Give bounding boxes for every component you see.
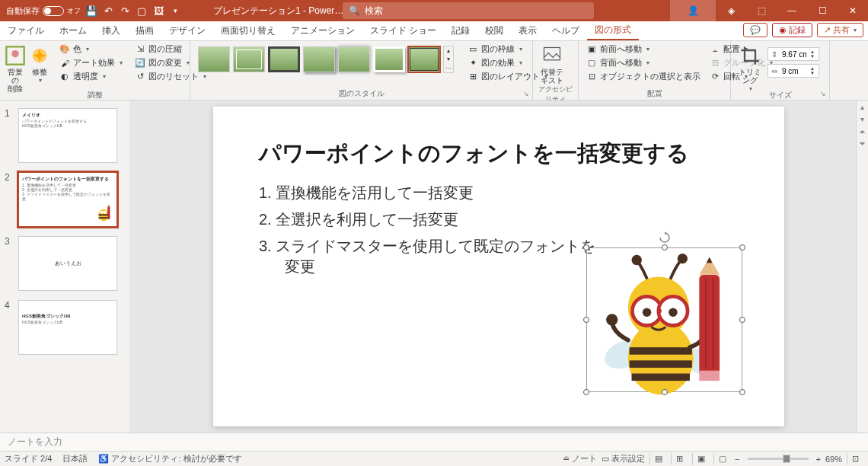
bee-thumb-icon — [94, 203, 113, 223]
tab-view[interactable]: 表示 — [511, 21, 544, 40]
crop-button[interactable]: トリミング▾ — [736, 43, 764, 93]
bring-forward-button[interactable]: ▣前面へ移動▾ — [583, 43, 704, 56]
scroll-up-icon[interactable]: ▴ — [857, 101, 868, 113]
notes-pane[interactable]: ノートを入力 — [0, 432, 868, 451]
selection-pane-button[interactable]: ⊡オブジェクトの選択と表示 — [583, 70, 704, 83]
resize-handle[interactable] — [662, 244, 668, 251]
record-button[interactable]: ◉記録 — [772, 23, 812, 37]
resize-handle[interactable] — [583, 317, 589, 323]
slide-thumb-1[interactable]: メイリオ パワーポイントのフォントを変更する HGS創英角ゴシックUB — [18, 108, 117, 163]
slide-thumb-2[interactable]: パワーポイントのフォントを一括変更する 1. 置換機能を活用して一括変更 2. … — [18, 172, 117, 227]
scroll-down-icon[interactable]: ▾ — [857, 113, 868, 125]
autosave-toggle[interactable]: 自動保存 オフ — [6, 5, 81, 17]
picture-style-6[interactable] — [373, 46, 405, 72]
slide-thumb-4[interactable]: HGS創英角ゴシックUB HGS創英角ゴシックUB — [18, 300, 117, 355]
reading-view-icon[interactable]: ▣ — [692, 453, 709, 465]
svg-rect-19 — [632, 374, 690, 381]
share-button[interactable]: ↗共有▾ — [817, 23, 863, 37]
tab-home[interactable]: ホーム — [52, 21, 94, 40]
save-icon[interactable]: 💾 — [85, 5, 97, 17]
tab-animations[interactable]: アニメーション — [283, 21, 362, 40]
zoom-slider[interactable] — [748, 458, 809, 460]
tab-design[interactable]: デザイン — [161, 21, 213, 40]
zoom-percent[interactable]: 69% — [825, 455, 842, 464]
corrections-button[interactable]: 修整▾ — [29, 43, 50, 85]
picture-style-3[interactable] — [268, 46, 300, 72]
resize-handle[interactable] — [583, 244, 589, 251]
slide-title-text[interactable]: パワーポイントのフォントを一括変更する — [259, 139, 689, 169]
close-icon[interactable]: ✕ — [838, 0, 868, 21]
minimize-icon[interactable]: — — [777, 0, 807, 21]
tab-slideshow[interactable]: スライド ショー — [362, 21, 444, 40]
transparency-button[interactable]: ◐透明度▾ — [56, 70, 126, 83]
zoom-out-icon[interactable]: − — [735, 455, 739, 464]
undo-icon[interactable]: ↶ — [102, 5, 114, 17]
qat-dropdown-icon[interactable]: ▾ — [169, 5, 181, 17]
sorter-view-icon[interactable]: ⊞ — [671, 453, 688, 465]
artistic-effects-button[interactable]: 🖌アート効果▾ — [56, 56, 126, 69]
vertical-scrollbar[interactable]: ▴ ▾ ⏶ ⏷ — [856, 101, 868, 432]
display-settings[interactable]: ▭ 表示設定 — [602, 453, 645, 464]
color-button[interactable]: 🎨色▾ — [56, 43, 126, 56]
width-field[interactable] — [780, 67, 808, 75]
search-input[interactable]: 🔍 検索 — [343, 2, 594, 19]
width-down-icon[interactable]: ▼ — [808, 71, 817, 75]
next-slide-icon[interactable]: ⏷ — [857, 137, 868, 149]
accessibility-status[interactable]: ♿ アクセシビリティ: 検討が必要です — [98, 453, 241, 464]
tab-help[interactable]: ヘルプ — [544, 21, 587, 40]
tab-insert[interactable]: 挿入 — [94, 21, 128, 40]
tab-review[interactable]: 校閲 — [477, 21, 511, 40]
alt-text-button[interactable]: 代替テ キスト — [538, 43, 566, 85]
picture-style-2[interactable] — [233, 46, 265, 72]
resize-handle[interactable] — [739, 317, 745, 323]
height-field[interactable] — [780, 50, 808, 59]
slide-body-list[interactable]: 置換機能を活用して一括変更 全選択を利用して一括変更 スライドマスターを使用して… — [259, 183, 595, 283]
normal-view-icon[interactable]: ▤ — [649, 453, 666, 465]
picture-style-4[interactable] — [303, 46, 335, 72]
picture-style-7[interactable] — [408, 46, 440, 72]
tab-draw[interactable]: 描画 — [128, 21, 161, 40]
account-icon[interactable]: 👤 — [670, 0, 716, 21]
rotate-handle-icon[interactable] — [659, 231, 671, 244]
align-icon: ⫠ — [710, 44, 720, 55]
resize-handle[interactable] — [662, 389, 668, 395]
width-icon: ⇔ — [768, 67, 780, 75]
slideshow-icon[interactable]: ▢ — [136, 5, 148, 17]
tab-file[interactable]: ファイル — [0, 21, 52, 40]
image-icon[interactable]: 🖼 — [152, 5, 164, 17]
picture-style-1[interactable] — [198, 46, 230, 72]
size-launcher-icon[interactable]: ↘ — [819, 89, 828, 98]
current-slide[interactable]: パワーポイントのフォントを一括変更する 置換機能を活用して一括変更 全選択を利用… — [213, 107, 784, 426]
resize-handle[interactable] — [583, 389, 589, 395]
picture-style-5[interactable] — [338, 46, 370, 72]
redo-icon[interactable]: ↷ — [119, 5, 131, 17]
resize-handle[interactable] — [739, 389, 745, 395]
zoom-in-icon[interactable]: + — [816, 455, 821, 464]
slide-counter[interactable]: スライド 2/4 — [5, 453, 52, 464]
tab-record[interactable]: 記録 — [444, 21, 477, 40]
tab-transitions[interactable]: 画面切り替え — [213, 21, 283, 40]
language-indicator[interactable]: 日本語 — [62, 453, 88, 464]
send-backward-button[interactable]: ▢背面へ移動▾ — [583, 56, 704, 69]
svg-rect-5 — [99, 214, 109, 215]
resize-handle[interactable] — [739, 244, 745, 251]
ribbon-display-icon[interactable]: ⬚ — [746, 0, 777, 21]
selected-picture[interactable] — [586, 247, 742, 392]
slide-thumb-3[interactable]: あいうえお — [18, 236, 117, 291]
width-input[interactable]: ⇔ ▲▼ — [767, 64, 819, 78]
remove-background-button[interactable]: 背景の 削除 — [5, 43, 26, 93]
comments-button[interactable]: 💬 — [743, 23, 767, 37]
diamond-icon[interactable]: ◈ — [716, 0, 746, 21]
gallery-more-button[interactable]: ▴▾⋯ — [443, 46, 454, 73]
styles-launcher-icon[interactable]: ↘ — [522, 89, 531, 98]
height-input[interactable]: ⇕ ▲▼ — [767, 47, 819, 61]
height-down-icon[interactable]: ▼ — [808, 54, 817, 59]
notes-toggle[interactable]: ≐ ノート — [563, 453, 597, 464]
change-icon: 🔄 — [135, 58, 145, 69]
fit-window-icon[interactable]: ⊡ — [847, 453, 863, 465]
maximize-icon[interactable]: ☐ — [807, 0, 838, 21]
prev-slide-icon[interactable]: ⏶ — [857, 125, 868, 137]
svg-marker-10 — [107, 205, 110, 207]
tab-picture-format[interactable]: 図の形式 — [587, 21, 639, 40]
slideshow-view-icon[interactable]: ▢ — [713, 453, 730, 465]
